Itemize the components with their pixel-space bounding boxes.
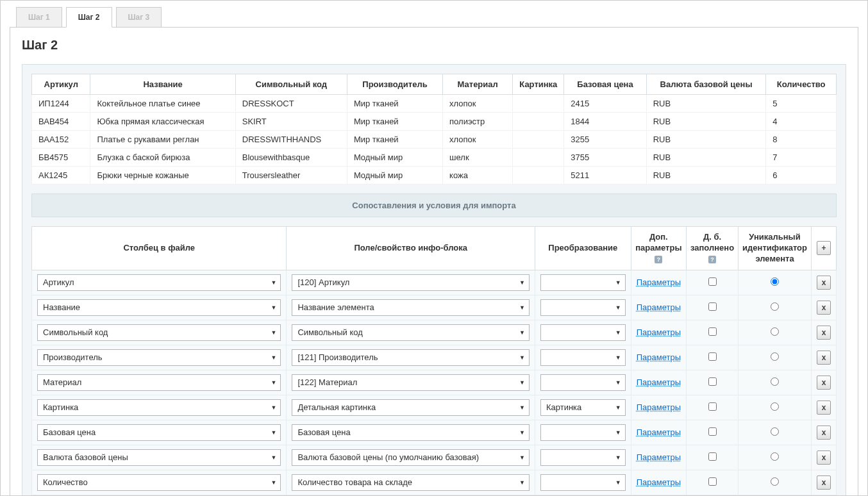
transform-select[interactable] [540,349,626,366]
iblock-field-select[interactable]: Детальная картинка [292,399,530,416]
delete-row-button[interactable]: x [817,351,831,365]
iblock-field-select[interactable]: Количество товара на складе [292,474,530,491]
transform-select[interactable] [540,449,626,466]
transform-select[interactable] [540,299,626,316]
file-column-select[interactable]: Символьный код [37,324,281,341]
params-link[interactable]: Параметры [637,477,681,487]
required-checkbox[interactable] [708,427,717,436]
table-cell: Платье с рукавами реглан [90,131,235,149]
file-column-select[interactable]: Базовая цена [37,424,281,441]
delete-row-button[interactable]: x [817,276,831,290]
transform-select[interactable] [540,424,626,441]
table-cell [513,95,564,113]
params-link[interactable]: Параметры [637,452,681,462]
unique-radio[interactable] [771,277,779,286]
params-link[interactable]: Параметры [637,327,681,337]
transform-select[interactable] [540,374,626,391]
file-column-select[interactable]: Артикул [37,274,281,291]
file-column-select[interactable]: Валюта базовой цены [37,449,281,466]
required-checkbox[interactable] [708,377,717,386]
table-cell: Юбка прямая классическая [90,113,235,131]
delete-row-button[interactable]: x [817,301,831,315]
file-column-select[interactable]: Материал [37,374,281,391]
delete-row-button[interactable]: x [817,326,831,340]
file-column-select[interactable]: Количество [37,474,281,491]
iblock-field-select[interactable]: Название элемента [292,299,530,316]
iblock-field-select[interactable]: [121] Производитель [292,349,530,366]
unique-radio[interactable] [771,327,779,336]
table-cell: шелк [443,149,513,167]
unique-radio[interactable] [771,452,779,461]
help-icon[interactable]: ? [708,256,716,263]
transform-select[interactable] [540,324,626,341]
required-checkbox[interactable] [708,477,717,486]
iblock-field-select[interactable]: [120] Артикул [292,274,530,291]
tab-step-3: Шаг 3 [116,7,162,28]
delete-row-button[interactable]: x [817,426,831,440]
delete-row-button[interactable]: x [817,475,831,490]
tab-step-2[interactable]: Шаг 2 [66,7,112,28]
required-checkbox[interactable] [708,302,717,311]
table-cell: ИП1244 [32,95,90,113]
params-link[interactable]: Параметры [637,302,681,312]
table-cell: 3755 [564,149,646,167]
table-cell: 3255 [564,131,646,149]
params-link[interactable]: Параметры [637,427,681,437]
transform-select[interactable]: Картинка [540,399,626,416]
iblock-field-select[interactable]: Символьный код [292,324,530,341]
table-cell: Мир тканей [347,113,442,131]
iblock-field-select[interactable]: [122] Материал [292,374,530,391]
tab-step-1: Шаг 1 [16,7,62,28]
transform-select[interactable] [540,474,626,491]
table-cell: 8 [766,131,837,149]
mapping-row: НазваниеНазвание элементаПараметрыx [32,295,837,320]
delete-row-button[interactable]: x [817,451,831,465]
preview-table: АртикулНазваниеСимвольный кодПроизводите… [31,74,837,185]
table-cell: 7 [766,149,837,167]
transform-select[interactable] [540,274,626,291]
table-cell: SKIRT [235,113,347,131]
table-cell [513,149,564,167]
required-checkbox[interactable] [708,452,717,461]
required-checkbox[interactable] [708,352,717,361]
delete-row-button[interactable]: x [817,401,831,415]
preview-header: Картинка [513,74,564,95]
params-link[interactable]: Параметры [637,377,681,387]
mapping-table: Столбец в файле Поле/свойство инфо-блока… [31,226,837,495]
mapping-row: КартинкаДетальная картинкаКартинкаПараме… [32,395,837,420]
add-row-button[interactable]: + [817,241,831,255]
table-row: АК1245Брюки черные кожаныеTrousersleathe… [32,167,837,185]
required-checkbox[interactable] [708,327,717,336]
help-icon[interactable]: ? [655,256,662,263]
mapping-row: Артикул[120] АртикулПараметрыx [32,270,837,295]
iblock-field-select[interactable]: Валюта базовой цены (по умолчанию базова… [292,449,530,466]
table-cell: ВАВ454 [32,113,90,131]
table-cell: 1844 [564,113,646,131]
table-row: ВАВ454Юбка прямая классическаяSKIRTМир т… [32,113,837,131]
required-checkbox[interactable] [708,402,717,411]
unique-radio[interactable] [771,477,779,486]
required-checkbox[interactable] [708,277,717,286]
mh-transform: Преобразование [535,227,631,270]
unique-radio[interactable] [771,377,779,386]
mapping-row: Валюта базовой ценыВалюта базовой цены (… [32,445,837,470]
unique-radio[interactable] [771,427,779,436]
mh-file-col: Столбец в файле [32,227,287,270]
delete-row-button[interactable]: x [817,376,831,390]
params-link[interactable]: Параметры [637,402,681,412]
table-cell: 6 [766,167,837,185]
params-link[interactable]: Параметры [637,352,681,362]
file-column-select[interactable]: Производитель [37,349,281,366]
file-column-select[interactable]: Название [37,299,281,316]
file-column-select[interactable]: Картинка [37,399,281,416]
params-link[interactable]: Параметры [637,277,681,287]
table-cell [513,131,564,149]
table-cell: RUB [646,131,766,149]
iblock-field-select[interactable]: Базовая цена [292,424,530,441]
table-row: ВАА152Платье с рукавами регланDRESSWITHH… [32,131,837,149]
unique-radio[interactable] [771,302,779,311]
unique-radio[interactable] [771,352,779,361]
preview-header: Количество [766,74,837,95]
table-cell: DRESSWITHHANDS [235,131,347,149]
unique-radio[interactable] [771,402,779,411]
